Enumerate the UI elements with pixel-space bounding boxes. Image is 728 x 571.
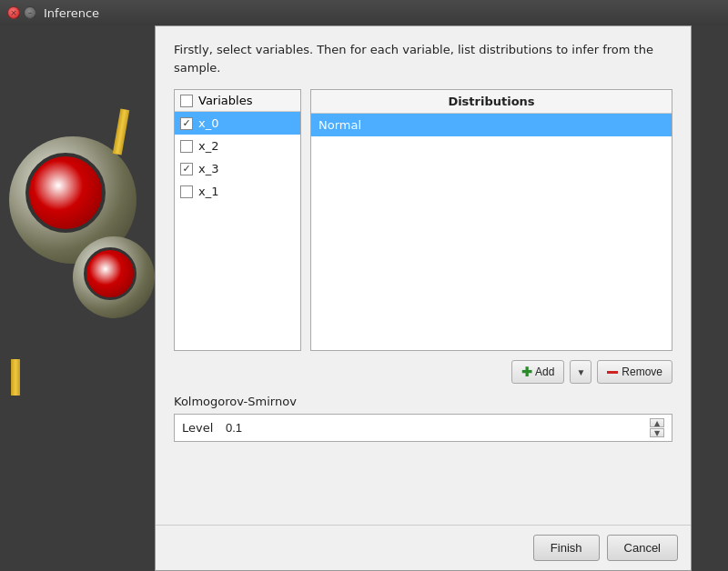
variables-header: Variables (175, 90, 300, 112)
main-panel: Variables x_0 x_2 x_3 (174, 89, 672, 351)
add-button[interactable]: ✚ Add (511, 360, 564, 384)
var-label-x2: x_2 (198, 139, 218, 153)
variables-header-label: Variables (198, 94, 252, 107)
level-row: Level ▲ ▼ (174, 414, 672, 442)
var-label-x0: x_0 (198, 116, 218, 130)
var-label-x3: x_3 (198, 162, 218, 175)
level-up-button[interactable]: ▲ (650, 418, 664, 427)
variable-item-x1[interactable]: x_1 (175, 180, 300, 203)
level-input[interactable] (226, 421, 650, 435)
checkbox-x3[interactable] (180, 163, 193, 175)
var-label-x1: x_1 (198, 185, 218, 198)
add-label: Add (535, 366, 554, 378)
remove-icon (607, 371, 618, 374)
distribution-item-normal[interactable]: Normal (311, 114, 672, 136)
distributions-header: Distributions (311, 90, 672, 114)
cancel-button[interactable]: Cancel (607, 535, 678, 561)
finish-button[interactable]: Finish (533, 535, 600, 561)
checkbox-x1[interactable] (180, 185, 193, 198)
close-button[interactable]: × (7, 6, 20, 19)
titlebar-title: Inference (44, 6, 99, 20)
decorative-stick-left (113, 109, 130, 155)
variable-item-x0[interactable]: x_0 (175, 112, 300, 135)
add-dropdown-button[interactable]: ▼ (570, 360, 592, 384)
distributions-list: Normal (311, 114, 672, 350)
ks-title: Kolmogorov-Smirnov (174, 395, 672, 408)
checkbox-x0[interactable] (180, 117, 193, 130)
titlebar-buttons: × – (7, 6, 36, 19)
remove-button[interactable]: Remove (597, 360, 672, 384)
level-label: Level (182, 421, 218, 435)
minimize-button[interactable]: – (24, 6, 36, 19)
instruction-text: Firstly, select variables. Then for each… (174, 41, 672, 76)
ks-section: Kolmogorov-Smirnov Level ▲ ▼ (174, 395, 672, 442)
level-down-button[interactable]: ▼ (650, 428, 664, 437)
inference-dialog: Firstly, select variables. Then for each… (155, 25, 692, 571)
level-spinner: ▲ ▼ (650, 418, 664, 437)
decorative-stick-bottom (11, 359, 20, 396)
dist-actions: ✚ Add ▼ Remove (174, 360, 672, 384)
distributions-panel: Distributions Normal (310, 89, 672, 351)
variables-header-checkbox[interactable] (180, 95, 193, 107)
variable-item-x3[interactable]: x_3 (175, 157, 300, 180)
decorative-ball-small (73, 236, 155, 318)
dialog-content: Firstly, select variables. Then for each… (156, 26, 691, 467)
dialog-footer: Finish Cancel (156, 525, 691, 570)
variables-panel: Variables x_0 x_2 x_3 (174, 89, 301, 351)
titlebar: × – Inference (0, 0, 728, 25)
remove-label: Remove (622, 366, 662, 378)
checkbox-x2[interactable] (180, 140, 193, 153)
variable-item-x2[interactable]: x_2 (175, 135, 300, 157)
add-icon: ✚ (521, 365, 532, 379)
